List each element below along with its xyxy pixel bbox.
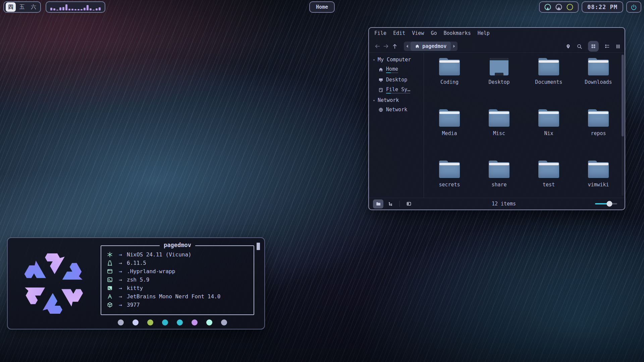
sidebar-item-label: Network	[386, 107, 407, 113]
folder-test[interactable]: test	[524, 159, 574, 210]
folder-label: test	[543, 182, 555, 188]
folder-icon	[489, 109, 509, 127]
compact-view-button[interactable]	[615, 44, 621, 49]
terminal-icon	[105, 285, 114, 291]
folder-strip	[539, 60, 559, 63]
fastfetch-rows: →NixOS 24.11 (Vicuna)→6.11.5→.Hyprland-w…	[101, 246, 254, 309]
breadcrumb-prev-button[interactable]	[404, 42, 411, 51]
sidebar-item-label: Desktop	[386, 77, 407, 83]
menu-bar: FileEditViewGoBookmarksHelp	[369, 28, 625, 40]
arrow-glyph: →	[114, 293, 127, 300]
kernel-icon	[105, 260, 114, 266]
sidebar-item-filesy[interactable]: File Sy…	[378, 86, 422, 94]
menu-help[interactable]: Help	[478, 30, 490, 40]
forward-button[interactable]	[382, 43, 390, 49]
folder-downloads[interactable]: Downloads	[574, 56, 623, 107]
sidebar-section-network[interactable]: ▾Network	[373, 97, 422, 103]
terminal-palette	[118, 319, 227, 325]
fetch-value: .Hyprland-wrapp	[127, 268, 175, 275]
workspace-3[interactable]: 六	[29, 2, 39, 12]
sidebar-item-network[interactable]: Network	[378, 107, 422, 113]
visualizer-bar	[59, 7, 61, 10]
scrollbar-thumb[interactable]	[622, 55, 624, 136]
sidebar-section-my-computer[interactable]: ▾My Computer	[373, 57, 422, 63]
location-pin-button[interactable]	[566, 44, 571, 49]
breadcrumb-path-chip[interactable]: pagedmov	[411, 42, 451, 51]
arrow-glyph: →	[114, 285, 127, 291]
folder-misc[interactable]: Misc	[474, 107, 524, 159]
menu-view[interactable]: View	[412, 30, 424, 40]
sidebar-item-desktop[interactable]: Desktop	[378, 77, 422, 83]
clock-label: 08:22 PM	[587, 4, 618, 10]
active-window-title[interactable]: Home	[309, 1, 335, 13]
folder-repos[interactable]: repos	[574, 107, 623, 159]
menu-go[interactable]: Go	[431, 30, 437, 40]
folder-vimwiki[interactable]: vimwiki	[574, 159, 623, 210]
folder-desktop[interactable]: Desktop	[474, 56, 524, 107]
breadcrumb-next-button[interactable]	[451, 42, 458, 51]
folder-nix[interactable]: Nix	[524, 107, 574, 159]
workspace-switcher[interactable]: 四五六	[3, 1, 41, 13]
workspace-2[interactable]: 五	[17, 2, 27, 12]
clock[interactable]: 08:22 PM	[582, 1, 623, 13]
folder-strip	[489, 112, 509, 114]
folder-icon	[439, 109, 460, 127]
icon-view-button[interactable]	[588, 41, 599, 52]
palette-dot	[147, 319, 153, 325]
wm-icon	[105, 268, 114, 274]
palette-dot	[118, 319, 124, 325]
system-gauges[interactable]	[539, 1, 579, 13]
toolbar-right	[566, 41, 621, 52]
folder-icon	[439, 58, 460, 75]
folder-secrets[interactable]: secrets	[425, 159, 474, 210]
fetch-value: kitty	[127, 285, 143, 291]
back-button[interactable]	[373, 43, 382, 49]
zoom-slider[interactable]	[595, 203, 617, 204]
workspace-1[interactable]: 四	[6, 2, 16, 12]
folder-documents[interactable]: Documents	[524, 56, 574, 107]
tree-view-toggle-button[interactable]	[385, 199, 396, 208]
folder-label: Media	[442, 130, 457, 136]
fetch-row-font: →JetBrains Mono Nerd Font 14.0	[105, 292, 254, 301]
terminal-window[interactable]: pagedmov →NixOS 24.11 (Vicuna)→6.11.5→.H…	[7, 237, 265, 329]
sidebar-item-home[interactable]: Home	[378, 66, 422, 73]
toolbar: pagedmov	[369, 40, 625, 52]
menu-file[interactable]: File	[374, 30, 386, 40]
zoom-slider-thumb[interactable]	[606, 201, 612, 207]
icon-view-toggle-button[interactable]	[373, 199, 383, 208]
folder-media[interactable]: Media	[425, 107, 474, 159]
fetch-row-nixos: →NixOS 24.11 (Vicuna)	[105, 250, 254, 259]
folder-icon	[538, 161, 559, 178]
folder-label: secrets	[439, 182, 460, 188]
palette-dot	[221, 319, 227, 325]
arrow-glyph: →	[114, 302, 127, 308]
file-manager-window: FileEditViewGoBookmarksHelp pagedmov ▾My…	[368, 27, 625, 210]
status-divider	[399, 201, 400, 207]
search-button[interactable]	[577, 44, 582, 49]
fetch-row-packages: →3977	[105, 301, 254, 309]
folder-icon	[588, 161, 609, 178]
gauge-icon-3	[566, 3, 574, 11]
visualizer-bar	[96, 8, 98, 10]
home-icon	[415, 44, 420, 49]
menu-bookmarks[interactable]: Bookmarks	[443, 30, 471, 40]
folder-strip	[588, 112, 608, 114]
sidebar-section-label: Network	[378, 97, 399, 103]
sidebar: ▾My ComputerHomeDesktopFile Sy…▾NetworkN…	[369, 53, 424, 198]
folder-strip	[588, 163, 608, 165]
fetch-row-wm: →.Hyprland-wrapp	[105, 267, 254, 276]
scrollbar[interactable]	[622, 55, 624, 196]
visualizer-bar	[84, 8, 86, 10]
top-bar: 四五六 Home 08:22 PM	[0, 0, 644, 15]
folder-coding[interactable]: Coding	[425, 56, 474, 107]
power-button[interactable]	[626, 1, 641, 13]
side-pane-toggle-button[interactable]	[404, 199, 414, 208]
menu-edit[interactable]: Edit	[393, 30, 405, 40]
folder-share[interactable]: share	[474, 159, 524, 210]
up-button[interactable]	[390, 43, 399, 49]
folder-strip	[539, 112, 559, 114]
list-view-button[interactable]	[604, 44, 610, 49]
folder-label: Nix	[544, 130, 553, 136]
visualizer-bar	[68, 9, 70, 10]
palette-dot	[162, 319, 168, 325]
